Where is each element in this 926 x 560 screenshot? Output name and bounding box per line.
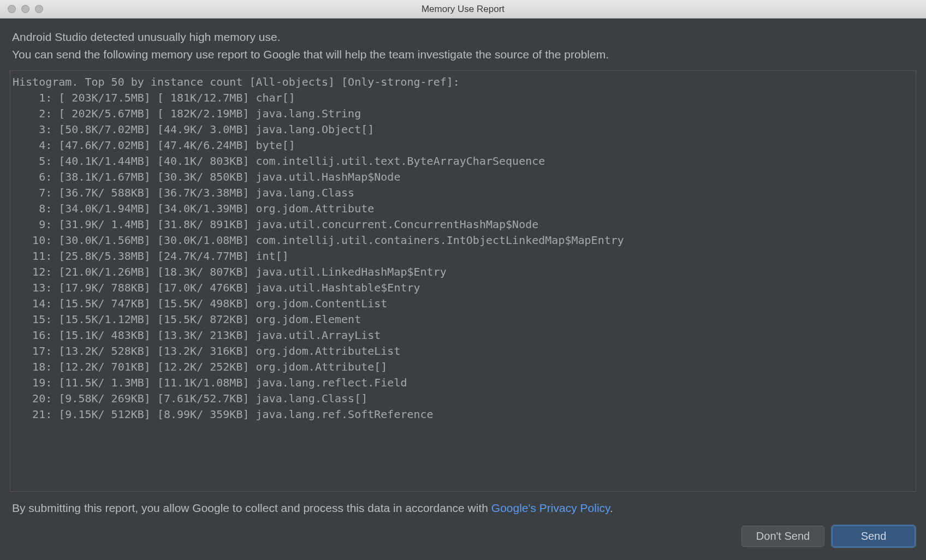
send-button[interactable]: Send (832, 526, 915, 547)
dont-send-button[interactable]: Don't Send (741, 526, 824, 547)
minimize-window-icon[interactable] (21, 5, 29, 13)
consent-prefix: By submitting this report, you allow Goo… (12, 502, 491, 514)
privacy-policy-link[interactable]: Google's Privacy Policy (491, 502, 610, 514)
zoom-window-icon[interactable] (35, 5, 43, 13)
window-controls (0, 5, 43, 13)
intro-text: Android Studio detected unusually high m… (0, 19, 926, 70)
intro-line-1: Android Studio detected unusually high m… (12, 28, 914, 46)
close-window-icon[interactable] (8, 5, 16, 13)
window-title: Memory Use Report (422, 4, 504, 15)
consent-text: By submitting this report, you allow Goo… (0, 492, 926, 521)
intro-line-2: You can send the following memory use re… (12, 46, 914, 63)
dialog-content: Android Studio detected unusually high m… (0, 19, 926, 560)
consent-suffix: . (610, 502, 613, 514)
report-textarea[interactable]: Histogram. Top 50 by instance count [All… (10, 70, 916, 492)
report-text: Histogram. Top 50 by instance count [All… (10, 71, 916, 426)
titlebar: Memory Use Report (0, 0, 926, 19)
button-bar: Don't Send Send (0, 521, 926, 560)
